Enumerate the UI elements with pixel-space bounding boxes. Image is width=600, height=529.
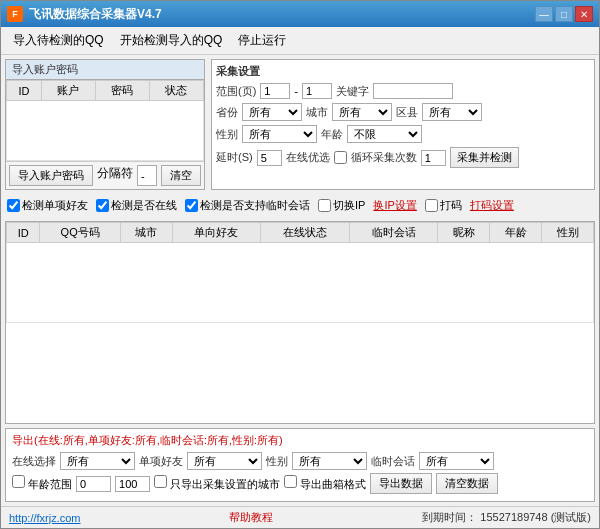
cycle-input[interactable] [421,150,446,166]
district-select[interactable]: 所有 [422,103,482,121]
district-label: 区县 [396,105,418,120]
export-gender-label: 性别 [266,454,288,469]
city-label: 城市 [306,105,328,120]
window-title: 飞讯数据综合采集器V4.7 [29,6,162,23]
col-status: 状态 [149,81,203,101]
main-window: F 飞讯数据综合采集器V4.7 — □ ✕ 导入待检测的QQ 开始检测导入的QQ… [0,0,600,529]
age-range-checkbox[interactable] [12,475,25,488]
export-gender-select[interactable]: 所有 [292,452,367,470]
top-section: 导入账户密码 ID 账户 密码 状态 [5,59,595,190]
col-account: 账户 [41,81,95,101]
switch-ip-text: 切换IP [333,198,365,213]
city-select[interactable]: 所有 [332,103,392,121]
gender-select[interactable]: 所有 [242,125,317,143]
clear-account-button[interactable]: 清空 [161,165,201,186]
online-select-label: 在线选择 [12,454,56,469]
menu-start-detect[interactable]: 开始检测导入的QQ [114,30,229,51]
age-select[interactable]: 不限 [347,125,422,143]
settings-row-gender: 性别 所有 年龄 不限 [216,125,590,143]
city-only-text: 只导出采集设置的城市 [170,478,280,490]
help-link[interactable]: 帮助教程 [229,510,273,525]
results-panel: ID QQ号码 城市 单向好友 在线状态 临时会话 昵称 年龄 性别 [5,221,595,424]
separator-input[interactable] [137,165,157,186]
separator-label: 分隔符 [97,165,133,186]
close-button[interactable]: ✕ [575,6,593,22]
single-friend-select-label: 单项好友 [139,454,183,469]
clear-data-button[interactable]: 清空数据 [436,473,498,494]
chat-select[interactable]: 所有 [419,452,494,470]
chat-select-label: 临时会话 [371,454,415,469]
results-table-container: ID QQ号码 城市 单向好友 在线状态 临时会话 昵称 年龄 性别 [6,222,594,423]
detect-video-checkbox[interactable] [185,199,198,212]
range-end-input[interactable] [302,83,332,99]
export-data-button[interactable]: 导出数据 [370,473,432,494]
results-table: ID QQ号码 城市 单向好友 在线状态 临时会话 昵称 年龄 性别 [6,222,594,323]
trial-text: (测试版) [551,511,591,523]
format-label-container: 导出曲箱格式 [284,475,366,492]
menu-import-qq[interactable]: 导入待检测的QQ [7,30,110,51]
title-buttons: — □ ✕ [535,6,593,22]
menu-stop[interactable]: 停止运行 [232,30,292,51]
keyword-input[interactable] [373,83,453,99]
online-select[interactable]: 所有 [60,452,135,470]
settings-title: 采集设置 [216,64,590,79]
account-table-container: ID 账户 密码 状态 [6,80,204,161]
settings-row-delay: 延时(S) 在线优选 循环采集次数 采集并检测 [216,147,590,168]
res-col-single: 单向好友 [172,223,261,243]
switch-ip-checkbox[interactable] [318,199,331,212]
res-col-gender: 性别 [542,223,594,243]
switch-ip-label[interactable]: 切换IP [318,198,365,213]
delay-input[interactable] [257,150,282,166]
status-bar: http://fxrjz.com 帮助教程 到期时间： 15527189748 … [1,506,599,528]
detect-online-text: 检测是否在线 [111,198,177,213]
format-checkbox[interactable] [284,475,297,488]
gender-label: 性别 [216,127,238,142]
city-only-checkbox[interactable] [154,475,167,488]
print-label[interactable]: 打码 [425,198,462,213]
detect-options: 检测单项好友 检测是否在线 检测是否支持临时会话 切换IP 换IP设置 打码 打… [5,194,595,217]
maximize-button[interactable]: □ [555,6,573,22]
account-buttons: 导入账户密码 分隔符 清空 [6,161,204,189]
settings-row-range: 范围(页) - 关键字 [216,83,590,99]
minimize-button[interactable]: — [535,6,553,22]
print-checkbox[interactable] [425,199,438,212]
age-max-input[interactable] [115,476,150,492]
range-start-input[interactable] [260,83,290,99]
col-password: 密码 [95,81,149,101]
single-friend-select[interactable]: 所有 [187,452,262,470]
import-account-button[interactable]: 导入账户密码 [9,165,93,186]
export-row-2: 年龄范围 只导出采集设置的城市 导出曲箱格式 导出数据 清空数据 [12,473,588,494]
detect-single-friend-text: 检测单项好友 [22,198,88,213]
online-prefer-label: 在线优选 [286,150,330,165]
url-link[interactable]: http://fxrjz.com [9,512,81,524]
city-only-label-container: 只导出采集设置的城市 [154,475,280,492]
title-bar-left: F 飞讯数据综合采集器V4.7 [7,6,162,23]
col-id: ID [7,81,42,101]
detect-online-label[interactable]: 检测是否在线 [96,198,177,213]
account-table: ID 账户 密码 状态 [6,80,204,161]
start-collect-button[interactable]: 采集并检测 [450,147,519,168]
expire-section: 到期时间： 15527189748 (测试版) [422,510,591,525]
age-range-label: 年龄范围 [28,478,72,490]
age-range-label-container: 年龄范围 [12,475,72,492]
province-select[interactable]: 所有 [242,103,302,121]
age-min-input[interactable] [76,476,111,492]
print-settings-link[interactable]: 打码设置 [470,198,514,213]
format-text: 导出曲箱格式 [300,478,366,490]
detect-online-checkbox[interactable] [96,199,109,212]
online-prefer-checkbox[interactable] [334,151,347,164]
menu-bar: 导入待检测的QQ 开始检测导入的QQ 停止运行 [1,27,599,55]
res-col-age: 年龄 [490,223,542,243]
res-col-online: 在线状态 [261,223,350,243]
res-col-nick: 昵称 [438,223,490,243]
detect-single-friend-checkbox[interactable] [7,199,20,212]
range-label: 范围(页) [216,84,256,99]
res-col-id: ID [7,223,40,243]
export-title: 导出(在线:所有,单项好友:所有,临时会话:所有,性别:所有) [12,433,588,448]
cycle-label: 循环采集次数 [351,150,417,165]
detect-video-label[interactable]: 检测是否支持临时会话 [185,198,310,213]
detect-single-friend-label[interactable]: 检测单项好友 [7,198,88,213]
ip-settings-link[interactable]: 换IP设置 [373,198,416,213]
export-section: 导出(在线:所有,单项好友:所有,临时会话:所有,性别:所有) 在线选择 所有 … [5,428,595,502]
settings-row-province: 省份 所有 城市 所有 区县 所有 [216,103,590,121]
